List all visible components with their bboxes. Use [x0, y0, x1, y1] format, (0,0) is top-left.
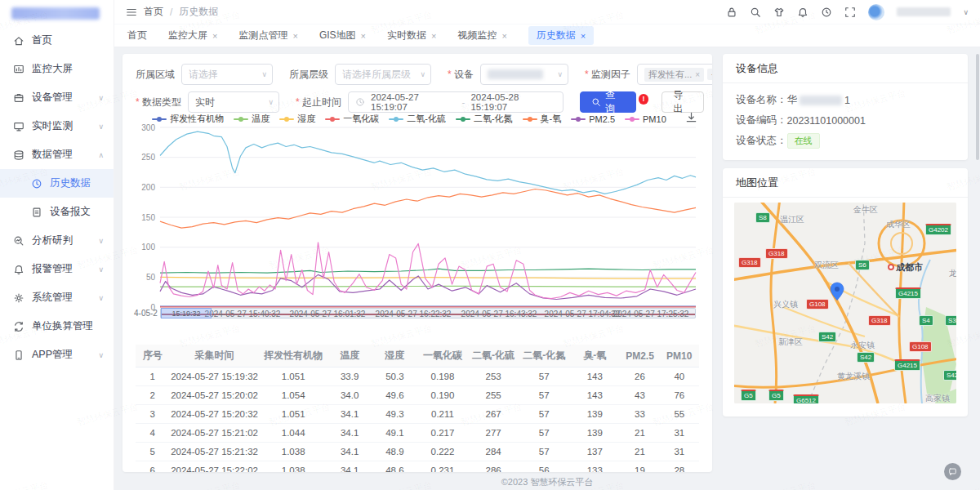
table-cell: 21	[620, 428, 659, 438]
table-row: 42024-05-27 15:21:021.04434.149.10.21727…	[136, 424, 699, 443]
column-header: PM2.5	[620, 350, 659, 362]
lock-icon[interactable]	[726, 7, 737, 18]
range-end: 2024-05-28 15:19:07	[470, 92, 556, 112]
table-cell: 57	[519, 372, 569, 381]
chevron-down-icon: ∨	[98, 265, 104, 274]
time-icon[interactable]	[821, 7, 832, 18]
device-select[interactable]: ∨	[480, 64, 568, 85]
sidebar-item-label: 系统管理	[32, 291, 98, 305]
map[interactable]: 温江区金牛区成华区双流区成都市龙兴义镇新津区永安镇黄龙溪镇高家镇S8G4202G…	[734, 203, 956, 403]
bell-icon[interactable]	[797, 7, 808, 18]
close-icon[interactable]: ×	[581, 31, 586, 41]
username-redacted	[897, 7, 951, 16]
table-row: 12024-05-27 15:19:321.05133.950.30.19825…	[136, 368, 699, 386]
tab-0[interactable]: 首页	[127, 29, 147, 42]
table-cell: 133	[569, 466, 620, 472]
scrollbar-thumb[interactable]	[976, 54, 979, 160]
table-cell: 0.222	[417, 447, 468, 457]
chat-fab-button[interactable]	[944, 463, 961, 480]
sidebar-item-11[interactable]: APP管理∨	[0, 341, 114, 369]
history-icon	[31, 178, 42, 189]
sidebar-item-4[interactable]: 数据管理∧	[0, 140, 114, 169]
table-cell: 3	[136, 409, 169, 419]
table-cell: 2	[136, 390, 169, 400]
table-cell: 21	[620, 447, 659, 457]
tab-6[interactable]: 历史数据×	[528, 26, 594, 45]
map-card-title: 地图位置	[723, 168, 968, 198]
table-cell: 253	[468, 372, 519, 381]
table-cell: 139	[569, 409, 620, 419]
map-label: 温江区	[780, 214, 804, 225]
chevron-down-icon: ∨	[557, 70, 563, 78]
map-label: 金牛区	[853, 204, 878, 216]
table-cell: 49.3	[372, 409, 417, 419]
column-header: 序号	[136, 349, 169, 363]
column-header: PM10	[660, 350, 699, 362]
table-cell: 284	[468, 447, 519, 457]
sidebar-item-5[interactable]: 历史数据	[0, 169, 114, 198]
chevron-down-icon: ∨	[420, 70, 425, 78]
tab-2[interactable]: 监测点管理×	[238, 29, 297, 42]
close-icon[interactable]: ×	[212, 31, 217, 41]
sidebar-item-1[interactable]: 监控大屏	[0, 55, 114, 83]
table-cell: 267	[468, 409, 519, 419]
column-header: 臭-氧	[569, 349, 620, 363]
tab-4[interactable]: 实时数据×	[387, 29, 436, 42]
datazoom-window[interactable]: 15:19:32	[161, 308, 212, 318]
sidebar-item-8[interactable]: 报警管理∨	[0, 255, 114, 283]
column-header: 一氧化碳	[417, 349, 468, 363]
sidebar-item-10[interactable]: 单位换算管理	[0, 312, 114, 341]
sidebar-item-9[interactable]: 系统管理∨	[0, 283, 114, 312]
sidebar-item-3[interactable]: 实时监测∨	[0, 112, 114, 140]
close-icon[interactable]: ×	[501, 31, 506, 41]
road-badge: G5	[768, 390, 784, 401]
road-badge: G318	[765, 248, 788, 259]
search-icon[interactable]	[750, 7, 761, 18]
table-row: 22024-05-27 15:20:021.05434.049.60.19025…	[136, 386, 699, 405]
breadcrumb-home[interactable]: 首页	[144, 5, 163, 19]
export-button[interactable]: 导出	[662, 91, 704, 113]
area-select[interactable]: 请选择∨	[181, 64, 273, 85]
menu-collapse-icon[interactable]	[126, 7, 137, 18]
chevron-down-icon[interactable]: ∨	[963, 8, 969, 16]
date-range-picker[interactable]: 2024-05-27 15:19:07 - 2024-05-28 15:19:0…	[348, 91, 564, 113]
table-cell: 57	[519, 447, 569, 457]
sidebar-item-0[interactable]: 首页	[0, 26, 114, 55]
tab-5[interactable]: 视频监控×	[457, 29, 506, 42]
sidebar-item-2[interactable]: 设备管理∨	[0, 83, 114, 112]
line-chart[interactable]: 050100150200250300	[136, 122, 699, 310]
table-cell: 2024-05-27 15:21:02	[169, 428, 259, 438]
svg-text:300: 300	[141, 123, 155, 132]
close-icon[interactable]: ×	[695, 70, 700, 79]
device-code-value: 20231101000001	[787, 115, 866, 127]
sidebar-item-7[interactable]: 分析研判∨	[0, 226, 114, 255]
level-select[interactable]: 请选择所属层级∨	[335, 64, 431, 85]
device-value-redacted	[488, 69, 543, 79]
table-cell: 143	[569, 390, 620, 400]
road-badge: S3	[945, 315, 956, 326]
device-name-row: 设备名称： 华 1	[723, 90, 968, 110]
factor-select[interactable]: 挥发性有...× +8 ∨	[637, 64, 712, 85]
theme-icon[interactable]	[773, 7, 785, 18]
avatar[interactable]	[868, 4, 884, 20]
close-icon[interactable]: ×	[361, 31, 366, 41]
data-table: 序号采集时间挥发性有机物温度湿度一氧化碳二氧-化硫二氧-化氮臭-氧PM2.5PM…	[136, 345, 699, 472]
x-axis-label-partial: 4-05-2	[134, 309, 158, 318]
close-icon[interactable]: ×	[431, 31, 436, 41]
column-header: 挥发性有机物	[260, 349, 327, 363]
download-icon[interactable]	[685, 111, 697, 123]
range-label: 起止时间	[296, 96, 341, 109]
datazoom-slider[interactable]: 15:19:32 2024-05-27 15:40:322024-05-27 1…	[160, 308, 696, 318]
dtype-select[interactable]: 实时∨	[188, 91, 279, 113]
table-cell: 1.038	[260, 466, 327, 472]
sidebar-item-6[interactable]: 设备报文	[0, 198, 114, 226]
close-icon[interactable]: ×	[292, 31, 297, 41]
road-badge: G4202	[925, 224, 951, 235]
area-label: 所属区域	[136, 68, 175, 82]
map-label: 双流区	[814, 260, 839, 271]
fullscreen-icon[interactable]	[844, 7, 856, 18]
tab-3[interactable]: GIS地图×	[319, 29, 366, 42]
tab-1[interactable]: 监控大屏×	[168, 29, 217, 42]
search-button[interactable]: 查询	[580, 91, 635, 113]
table-cell: 255	[468, 390, 519, 400]
